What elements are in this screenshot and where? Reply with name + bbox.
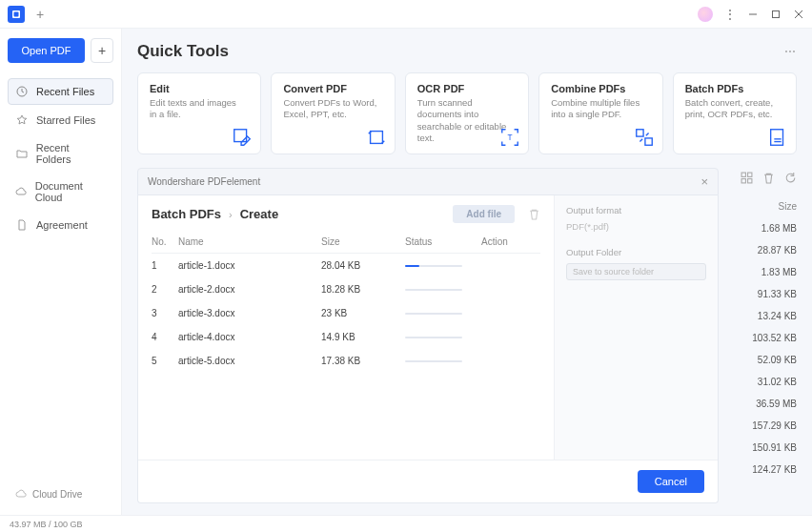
minimize-button[interactable] — [747, 9, 759, 20]
trash-icon[interactable] — [762, 172, 775, 184]
svg-rect-17 — [741, 179, 745, 183]
sidebar-item-label: Recent Folders — [36, 142, 106, 165]
convert-icon — [366, 127, 387, 148]
svg-rect-18 — [748, 179, 752, 183]
output-format-value: PDF(*.pdf) — [566, 221, 706, 232]
star-icon — [15, 113, 29, 127]
maximize-button[interactable] — [770, 9, 782, 20]
statusbar: 43.97 MB / 100 GB — [0, 515, 812, 532]
svg-rect-10 — [636, 130, 642, 136]
kebab-menu-icon[interactable]: ⋮ — [724, 9, 736, 20]
storage-text: 43.97 MB / 100 GB — [10, 520, 83, 529]
table-row[interactable]: 2 article-2.docx 18.28 KB — [152, 277, 540, 301]
card-combine[interactable]: Combine PDFs Combine multiple files into… — [538, 72, 662, 154]
titlebar: + ⋮ — [0, 0, 812, 29]
svg-rect-3 — [773, 10, 780, 17]
cloud-drive-link[interactable]: Cloud Drive — [8, 482, 113, 505]
batch-icon — [767, 127, 788, 148]
modal-title: Wondershare PDFelement — [148, 176, 260, 187]
refresh-icon[interactable] — [784, 172, 797, 184]
ocr-icon: T — [499, 127, 520, 148]
page-title: Quick Tools — [137, 42, 229, 61]
clock-icon — [15, 85, 29, 98]
sidebar-item-recent-folders[interactable]: Recent Folders — [8, 135, 113, 172]
grid-view-icon[interactable] — [741, 172, 753, 184]
sidebar-item-label: Starred Files — [36, 114, 95, 126]
modal-sidebar: Output format PDF(*.pdf) Output Folder S… — [554, 195, 718, 460]
edit-icon — [232, 127, 253, 148]
open-pdf-button[interactable]: Open PDF — [8, 38, 85, 63]
svg-rect-16 — [748, 173, 752, 176]
trash-icon[interactable] — [528, 208, 540, 220]
svg-rect-1 — [14, 11, 19, 16]
svg-text:T: T — [508, 133, 513, 142]
column-header-size: Size — [779, 201, 797, 212]
cancel-button[interactable]: Cancel — [638, 470, 704, 493]
output-folder-field[interactable]: Save to source folder — [566, 263, 706, 280]
table-row[interactable]: 3 article-3.docx 23 KB — [152, 301, 540, 325]
card-ocr[interactable]: OCR PDF Turn scanned documents into sear… — [405, 72, 529, 154]
sidebar: Open PDF + Recent Files Starred Files Re… — [0, 29, 122, 515]
sidebar-item-document-cloud[interactable]: Document Cloud — [8, 174, 113, 210]
sidebar-item-agreement[interactable]: Agreement — [8, 212, 113, 238]
doc-icon — [15, 218, 29, 232]
table-header: No. Name Size Status Action — [152, 231, 540, 254]
sidebar-item-label: Document Cloud — [35, 180, 106, 203]
table-row[interactable]: 4 article-4.docx 14.9 KB — [152, 325, 540, 349]
svg-rect-12 — [771, 130, 783, 146]
modal-close-button[interactable]: × — [700, 174, 708, 189]
add-file-button[interactable]: Add file — [453, 205, 515, 223]
breadcrumb-root[interactable]: Batch PDFs — [152, 207, 221, 221]
breadcrumb: Batch PDFs › Create Add file — [152, 205, 540, 223]
modal-titlebar: Wondershare PDFelement × — [137, 168, 719, 195]
svg-rect-15 — [741, 173, 745, 176]
folder-icon — [15, 147, 29, 160]
quick-tools-cards: Edit Edit texts and images in a file. Co… — [137, 72, 797, 154]
table-row[interactable]: 1 article-1.docx 28.04 KB — [152, 254, 540, 277]
batch-modal: Wondershare PDFelement × Batch PDFs › Cr… — [137, 168, 719, 503]
more-menu-icon[interactable]: ⋯ — [784, 45, 797, 58]
chevron-right-icon: › — [229, 209, 233, 220]
combine-icon — [634, 127, 655, 148]
svg-rect-8 — [370, 132, 382, 144]
user-avatar[interactable] — [698, 7, 713, 22]
close-button[interactable] — [793, 9, 804, 20]
output-format-label: Output format — [566, 205, 706, 215]
card-edit[interactable]: Edit Edit texts and images in a file. — [137, 72, 261, 154]
table-row[interactable]: 5 article-5.docx 17.38 KB — [152, 349, 540, 373]
sidebar-item-label: Recent Files — [36, 86, 94, 97]
content-area: Quick Tools ⋯ Edit Edit texts and images… — [122, 29, 812, 515]
add-button[interactable]: + — [91, 38, 113, 63]
svg-rect-11 — [645, 138, 652, 145]
card-batch[interactable]: Batch PDFs Batch convert, create, print,… — [673, 72, 797, 154]
new-tab-button[interactable]: + — [36, 7, 44, 22]
sidebar-item-starred-files[interactable]: Starred Files — [8, 107, 113, 133]
app-logo — [8, 6, 25, 23]
cloud-icon — [15, 488, 27, 500]
sidebar-item-recent-files[interactable]: Recent Files — [8, 78, 113, 105]
output-folder-label: Output Folder — [566, 247, 706, 257]
card-convert[interactable]: Convert PDF Convert PDFs to Word, Excel,… — [271, 72, 395, 154]
file-size-column: Size 1.68 MB 28.87 KB 1.83 MB 91.33 KB 1… — [728, 172, 797, 505]
cloud-icon — [15, 185, 28, 198]
breadcrumb-current: Create — [240, 207, 278, 221]
sidebar-item-label: Agreement — [36, 219, 88, 231]
